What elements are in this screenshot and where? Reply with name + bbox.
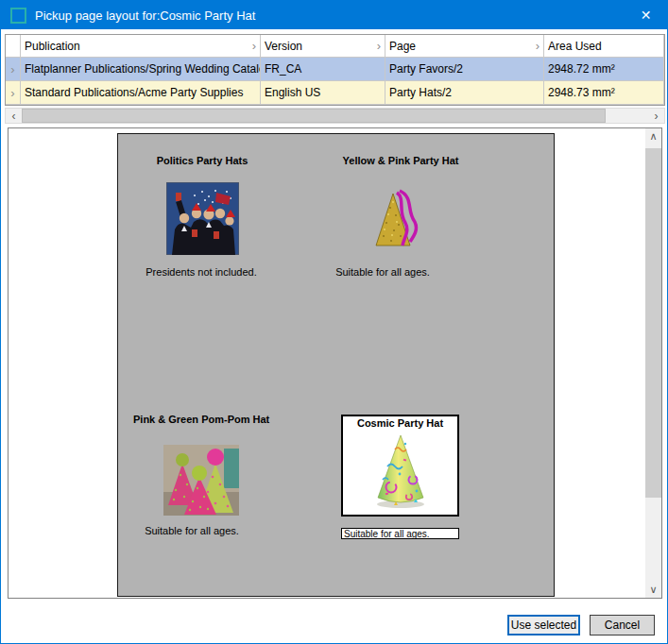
item-title: Pink & Green Pom-Pom Hat bbox=[133, 414, 265, 425]
app-icon bbox=[10, 8, 26, 24]
item-title: Yellow & Pink Party Hat bbox=[334, 155, 467, 166]
horizontal-scroll-thumb[interactable] bbox=[22, 109, 606, 123]
column-header-publication[interactable]: Publication › bbox=[21, 35, 261, 58]
header-selector-cell bbox=[6, 35, 21, 58]
layout-table: Publication › Version › Page › Area Used… bbox=[5, 34, 665, 106]
preview-vertical-scrollbar[interactable]: ∧ ∨ bbox=[645, 128, 661, 598]
sort-chevron-icon: › bbox=[252, 40, 256, 52]
title-bar: Pickup page layout for:Cosmic Party Hat … bbox=[1, 1, 667, 29]
table-row-acme-party-supplies[interactable]: › Standard Publications/Acme Party Suppl… bbox=[6, 81, 664, 105]
cell-publication: Flatplanner Publications/Spring Wedding … bbox=[21, 58, 261, 81]
row-selector-cell[interactable]: › bbox=[6, 81, 21, 105]
politics-party-image bbox=[166, 182, 239, 255]
sort-chevron-icon: › bbox=[377, 40, 381, 52]
close-icon: ✕ bbox=[641, 8, 652, 23]
table-row-spring-wedding-catalog[interactable]: › Flatplanner Publications/Spring Weddin… bbox=[6, 58, 664, 81]
cell-publication: Standard Publications/Acme Party Supplie… bbox=[21, 81, 261, 105]
use-selected-button[interactable]: Use selected bbox=[507, 615, 580, 636]
item-caption: Presidents not included. bbox=[126, 266, 277, 278]
cell-version: FR_CA bbox=[261, 58, 385, 81]
cosmic-hat-image bbox=[371, 432, 430, 512]
column-label: Version bbox=[265, 40, 302, 53]
item-caption: Suitable for all ages. bbox=[126, 525, 258, 536]
pickup-page-layout-dialog: Pickup page layout for:Cosmic Party Hat … bbox=[0, 0, 668, 644]
cell-area-used: 2948.72 mm² bbox=[544, 58, 664, 81]
column-label: Page bbox=[389, 40, 416, 53]
pom-pom-hat-image bbox=[163, 445, 239, 516]
row-selector-cell[interactable]: › bbox=[6, 58, 21, 81]
yellow-pink-hat-image bbox=[371, 187, 433, 251]
scroll-right-arrow-icon[interactable]: › bbox=[648, 109, 664, 123]
column-label: Area Used bbox=[548, 40, 602, 53]
scroll-down-arrow-icon[interactable]: ∨ bbox=[645, 582, 661, 598]
item-caption: Suitable for all ages. bbox=[341, 528, 459, 539]
table-horizontal-scrollbar[interactable]: ‹ › bbox=[5, 108, 665, 124]
column-label: Publication bbox=[25, 40, 80, 53]
cancel-button[interactable]: Cancel bbox=[590, 615, 655, 636]
item-caption: Suitable for all ages. bbox=[317, 266, 449, 278]
column-header-area-used[interactable]: Area Used bbox=[544, 35, 664, 58]
page-layout-preview-panel: Politics Party Hats bbox=[8, 127, 662, 599]
page-canvas: Politics Party Hats bbox=[117, 133, 555, 597]
vertical-scroll-thumb[interactable] bbox=[645, 148, 661, 498]
column-header-version[interactable]: Version › bbox=[261, 35, 385, 58]
cell-area-used: 2948.73 mm² bbox=[544, 81, 664, 105]
row-chevron-icon: › bbox=[10, 86, 14, 100]
row-chevron-icon: › bbox=[10, 62, 14, 76]
cell-page: Party Favors/2 bbox=[385, 58, 544, 81]
item-title: Cosmic Party Hat bbox=[343, 417, 457, 429]
scroll-left-arrow-icon[interactable]: ‹ bbox=[6, 109, 22, 123]
close-button[interactable]: ✕ bbox=[625, 1, 667, 29]
column-header-page[interactable]: Page › bbox=[385, 35, 544, 58]
cosmic-selection-frame[interactable]: Cosmic Party Hat bbox=[341, 415, 459, 517]
cell-version: English US bbox=[261, 81, 385, 105]
sort-chevron-icon: › bbox=[536, 40, 540, 52]
item-title: Politics Party Hats bbox=[136, 155, 268, 166]
cell-page: Party Hats/2 bbox=[385, 81, 544, 105]
table-header-row: Publication › Version › Page › Area Used bbox=[6, 35, 664, 58]
scroll-up-arrow-icon[interactable]: ∧ bbox=[645, 128, 661, 144]
dialog-title: Pickup page layout for:Cosmic Party Hat bbox=[35, 8, 255, 23]
